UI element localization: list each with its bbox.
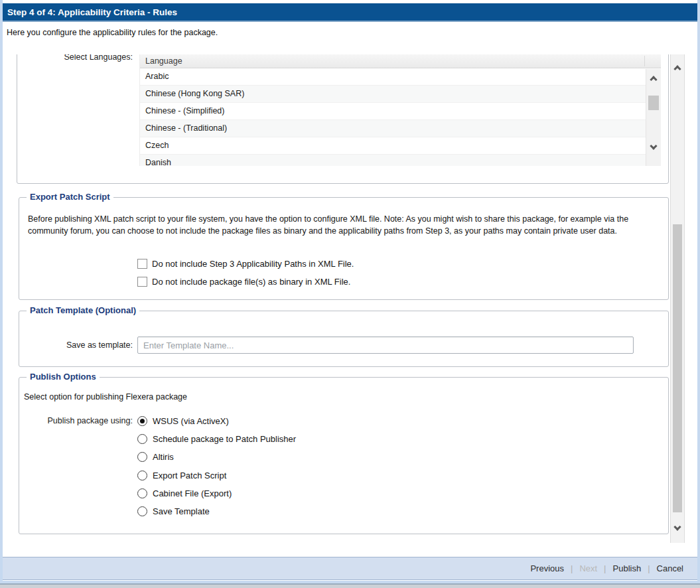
publish-button[interactable]: Publish [606, 563, 648, 573]
radio-label: Save Template [153, 506, 210, 516]
wizard-dialog: Step 4 of 4: Applicability Criteria - Ru… [0, 0, 700, 588]
language-list-header[interactable]: Language [140, 54, 661, 68]
language-list[interactable]: Language ArabicChinese (Hong Kong SAR)Ch… [139, 54, 661, 166]
language-row[interactable]: Arabic [140, 68, 646, 86]
publish-package-using-label: Publish package using: [33, 416, 133, 425]
group-title-publish-options: Publish Options [27, 372, 100, 382]
language-row[interactable]: Czech [140, 137, 646, 155]
radio-icon[interactable] [137, 416, 147, 426]
group-title-export-patch-script: Export Patch Script [27, 192, 113, 202]
radio-icon[interactable] [137, 506, 147, 516]
scrollbar-thumb[interactable] [648, 96, 659, 110]
dialog-subtitle: Here you configure the applicability rul… [7, 28, 218, 37]
export-checkbox-row: Do not include Step 3 Applicability Path… [137, 259, 354, 269]
radio-icon[interactable] [137, 488, 147, 498]
publish-option-row: WSUS (via ActiveX) [137, 414, 296, 427]
save-as-template-label: Save as template: [33, 340, 133, 350]
previous-button[interactable]: Previous [524, 563, 571, 573]
scroll-up-icon[interactable] [650, 76, 657, 83]
checkbox-label: Do not include Step 3 Applicability Path… [152, 259, 354, 269]
checkbox-label: Do not include package file(s) as binary… [152, 277, 350, 287]
language-row[interactable]: Chinese (Hong Kong SAR) [140, 86, 646, 103]
publish-option-row: Altiris [137, 451, 296, 464]
cancel-button[interactable]: Cancel [650, 563, 690, 573]
page-scrollbar[interactable] [670, 54, 685, 543]
select-languages-label: Select Languages: [33, 54, 133, 62]
radio-label: Altiris [153, 452, 174, 462]
next-button: Next [573, 563, 604, 573]
footer-buttons: Previous|Next|Publish|Cancel [524, 557, 690, 579]
footer-bar: Previous|Next|Publish|Cancel [3, 557, 697, 580]
page-scroll-up-icon[interactable] [673, 65, 681, 72]
language-row[interactable]: Chinese - (Simplified) [140, 103, 646, 120]
scroll-viewport: Select Languages: Language ArabicChinese… [3, 54, 669, 543]
page-scrollbar-thumb[interactable] [673, 224, 682, 512]
publish-option-row: Cabinet File (Export) [137, 487, 296, 500]
language-column-header: Language [145, 56, 182, 66]
publish-radio-group: WSUS (via ActiveX)Schedule package to Pa… [137, 414, 296, 523]
radio-label: Cabinet File (Export) [153, 488, 232, 498]
checkbox-icon[interactable] [137, 259, 147, 269]
dialog-title: Step 4 of 4: Applicability Criteria - Ru… [3, 3, 697, 22]
radio-icon[interactable] [137, 434, 147, 444]
export-checkbox-row: Do not include package file(s) as binary… [137, 277, 350, 287]
dialog-bottom-edge [0, 585, 700, 588]
page-scroll-down-icon[interactable] [673, 523, 681, 530]
checkbox-icon[interactable] [137, 277, 147, 287]
publish-option-row: Save Template [137, 505, 296, 518]
export-description: Before publishing XML patch script to yo… [28, 214, 644, 237]
radio-label: Schedule package to Patch Publisher [153, 434, 296, 444]
publish-option-row: Export Patch Script [137, 469, 296, 482]
group-title-patch-template: Patch Template (Optional) [27, 305, 139, 315]
publish-option-row: Schedule package to Patch Publisher [137, 432, 296, 445]
language-row[interactable]: Chinese - (Traditional) [140, 120, 646, 137]
radio-label: WSUS (via ActiveX) [153, 416, 229, 426]
template-name-input[interactable] [137, 336, 634, 354]
language-list-rows: ArabicChinese (Hong Kong SAR)Chinese - (… [140, 68, 661, 166]
column-separator [644, 56, 645, 66]
scroll-down-icon[interactable] [650, 142, 657, 149]
language-row[interactable]: Danish [140, 155, 646, 166]
radio-icon[interactable] [137, 471, 147, 480]
radio-label: Export Patch Script [153, 471, 226, 480]
publish-description: Select option for publishing Flexera pac… [24, 392, 621, 404]
radio-icon[interactable] [137, 452, 147, 462]
dialog-border-right [697, 0, 700, 585]
language-list-scrollbar[interactable] [646, 69, 661, 166]
